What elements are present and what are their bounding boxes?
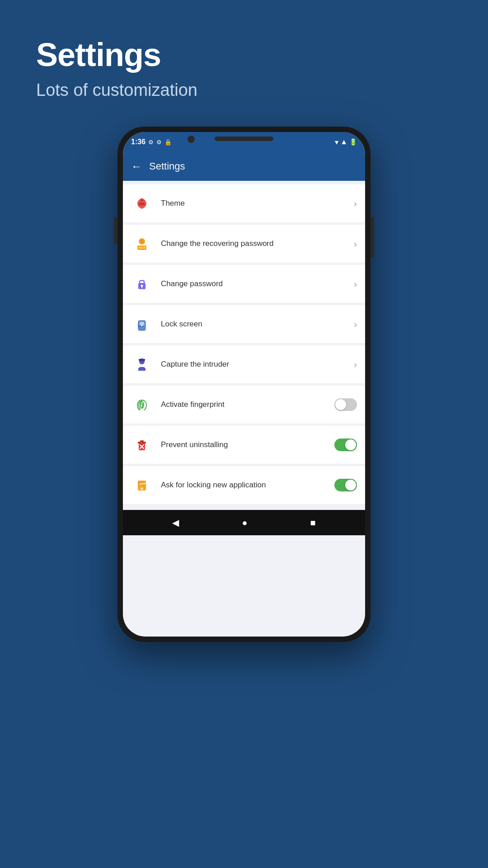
phone-mockup: 1:36 ⚙ ⚙ 🔒 ▾ ▲ 🔋 ← Settings (117, 127, 371, 642)
status-right-icons: ▾ ▲ 🔋 (335, 138, 357, 146)
back-button[interactable]: ← (131, 160, 142, 173)
prevent-uninstalling-label: Prevent uninstalling (161, 440, 334, 449)
signal-icon: ▲ (340, 138, 347, 146)
status-icon-lock: 🔒 (164, 139, 172, 146)
page-subtitle: Lots of customization (36, 80, 452, 100)
settings-item-change-password[interactable]: **** Change password › (123, 265, 365, 303)
lock-screen-icon (131, 313, 153, 335)
settings-item-prevent-uninstalling[interactable]: Prevent uninstalling (123, 426, 365, 464)
status-icon-settings2: ⚙ (156, 139, 162, 146)
phone-screen: 1:36 ⚙ ⚙ 🔒 ▾ ▲ 🔋 ← Settings (123, 132, 365, 637)
nav-recent-button[interactable]: ■ (310, 518, 315, 528)
prevent-uninstalling-toggle[interactable] (334, 439, 357, 451)
capture-intruder-label: Capture the intruder (161, 360, 354, 369)
status-bar: 1:36 ⚙ ⚙ 🔒 ▾ ▲ 🔋 (123, 132, 365, 152)
settings-list: Theme › Change (123, 181, 365, 510)
settings-item-lock-screen[interactable]: Lock screen › (123, 305, 365, 344)
status-time: 1:36 (131, 138, 145, 146)
change-password-label: Change password (161, 279, 354, 288)
nav-home-button[interactable]: ● (242, 518, 247, 528)
ask-locking-icon: APP (131, 474, 153, 496)
fingerprint-toggle-knob (335, 399, 346, 410)
lock-screen-label: Lock screen (161, 320, 354, 329)
side-button-right (371, 217, 374, 258)
status-icon-settings1: ⚙ (148, 139, 154, 146)
svg-rect-13 (138, 324, 140, 328)
app-bar: ← Settings (123, 152, 365, 181)
battery-icon: 🔋 (349, 138, 357, 146)
settings-item-fingerprint[interactable]: Activate fingerprint (123, 386, 365, 424)
svg-point-4 (139, 247, 141, 249)
phone-camera (188, 136, 195, 143)
theme-icon (131, 193, 153, 214)
theme-label: Theme (161, 199, 354, 208)
ask-locking-label: Ask for locking new application (161, 481, 334, 490)
settings-item-capture-intruder[interactable]: Capture the intruder › (123, 345, 365, 384)
svg-point-2 (140, 240, 144, 243)
theme-arrow: › (354, 198, 357, 209)
change-password-icon: **** (131, 273, 153, 295)
recovering-password-arrow: › (354, 239, 357, 249)
settings-item-recovering-password[interactable]: Change the recovering password › (123, 225, 365, 263)
fingerprint-icon (131, 394, 153, 415)
capture-intruder-icon (131, 354, 153, 375)
side-button-left (114, 217, 117, 244)
settings-item-ask-locking[interactable]: APP Ask for locking new application (123, 466, 365, 505)
svg-rect-17 (139, 359, 145, 361)
svg-rect-9 (141, 286, 142, 288)
phone-speaker (215, 137, 273, 141)
svg-point-5 (141, 247, 143, 249)
settings-item-theme[interactable]: Theme › (123, 184, 365, 223)
lock-screen-arrow: › (354, 319, 357, 330)
nav-back-button[interactable]: ◀ (172, 517, 179, 528)
svg-point-14 (141, 325, 143, 326)
change-password-arrow: › (354, 279, 357, 289)
svg-point-6 (144, 247, 145, 249)
fingerprint-label: Activate fingerprint (161, 400, 334, 409)
svg-rect-0 (141, 199, 143, 201)
app-bar-title: Settings (149, 160, 185, 172)
svg-text:****: **** (139, 288, 144, 291)
prevent-uninstalling-icon (131, 434, 153, 456)
fingerprint-toggle[interactable] (334, 398, 357, 411)
prevent-uninstalling-toggle-knob (345, 439, 356, 450)
page-header: Settings Lots of customization (0, 0, 488, 118)
ask-locking-toggle[interactable] (334, 479, 357, 491)
recovering-password-label: Change the recovering password (161, 239, 354, 248)
ask-locking-toggle-knob (345, 480, 356, 491)
page-title: Settings (36, 36, 452, 73)
recovering-password-icon (131, 233, 153, 255)
bottom-nav: ◀ ● ■ (123, 510, 365, 535)
wifi-icon: ▾ (335, 138, 338, 146)
svg-rect-20 (140, 440, 144, 442)
capture-intruder-arrow: › (354, 359, 357, 370)
svg-point-26 (141, 487, 143, 490)
svg-text:APP: APP (139, 482, 146, 486)
